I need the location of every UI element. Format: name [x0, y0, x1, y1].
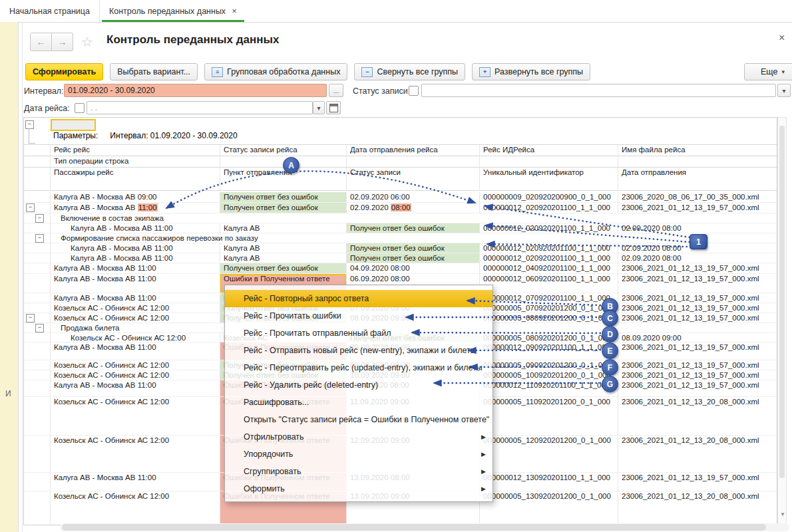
column-header[interactable]: Дата отправления рейса	[347, 145, 480, 156]
table-cell[interactable]: 02.09.2020 08:00	[347, 203, 480, 213]
table-cell[interactable]: Калуга АВ - Москва АВ 09:00	[51, 192, 220, 203]
collapsed-sections-panel[interactable]: И	[0, 22, 19, 532]
context-menu-item[interactable]: Рейс - Удалить рейс (deleted-entry)	[225, 376, 493, 394]
context-menu-item[interactable]: Рейс - Повторный запрос ответа	[225, 290, 493, 307]
table-cell[interactable]: 000000005_080920201200_0_1_000	[480, 313, 618, 323]
table-cell[interactable]: 000000012_130920201100_1_1_000	[480, 473, 618, 491]
expand-all-groups-button[interactable]: + Развернуть все группы	[472, 63, 590, 80]
table-cell[interactable]: Калуга АВ - Москва АВ 11:00	[51, 473, 220, 491]
context-menu-item[interactable]: Расшифровать...	[225, 394, 493, 411]
flight-date-calendar-button[interactable]	[326, 101, 341, 114]
table-cell[interactable]: 000000005_100920201200_0_1_000	[480, 370, 618, 380]
interval-input[interactable]: 01.09.2020 - 30.09.2020	[64, 84, 327, 97]
table-cell[interactable]: Козельск АС - Обнинск АС 12:00	[51, 436, 220, 473]
column-header[interactable]: Дата отправления	[618, 168, 777, 190]
column-header[interactable]	[480, 156, 618, 167]
table-cell[interactable]: 000000005_110920201200_0_1_000	[480, 397, 618, 436]
row-expander[interactable]: −	[35, 234, 44, 243]
table-cell[interactable]: 000000005_130920201200_0_1_000	[480, 491, 618, 525]
table-cell[interactable]: Калуга АВ - Москва АВ 11:00	[51, 342, 220, 360]
table-cell[interactable]: Козельск АС - Обнинск АС 12:00	[51, 360, 220, 370]
flight-date-checkbox[interactable]	[75, 103, 85, 113]
context-menu-item[interactable]: Открыть "Статус записи рейса = Ошибки в …	[225, 411, 493, 428]
column-header[interactable]: Имя файла рейса	[618, 145, 777, 156]
context-menu-item[interactable]: Рейс - Прочитать ошибки	[225, 307, 493, 325]
tab-data-control[interactable]: Контроль переданных данных ×	[99, 0, 246, 22]
column-header[interactable]: Статус записи	[347, 168, 480, 190]
table-cell[interactable]: 23006_2021_01_12_13_19_57_000.xml	[618, 274, 777, 293]
column-header[interactable]	[347, 156, 480, 167]
table-cell[interactable]: 23006_2021_01_12_13_19_57_000.xml	[618, 203, 777, 213]
favorite-star-icon[interactable]: ☆	[81, 34, 93, 50]
table-cell[interactable]: Получен ответ без ошибок	[220, 203, 347, 213]
form-close-icon[interactable]: ×	[779, 32, 785, 44]
table-row[interactable]: −Калуга АВ - Москва АВ 11:00Получен отве…	[24, 203, 777, 213]
collapse-all-groups-button[interactable]: − Свернуть все группы	[354, 63, 465, 80]
table-cell[interactable]: Калуга АВ	[220, 253, 347, 263]
table-cell[interactable]: 000000005_120920201200_0_1_000	[480, 436, 618, 473]
table-cell[interactable]: 02.09.2020 08:00	[618, 223, 777, 233]
table-cell[interactable]: Калуга АВ - Москва АВ 11:00	[51, 263, 220, 274]
table-cell[interactable]: 000000012_040920201100_1_1_000	[480, 263, 618, 274]
column-header[interactable]: Статус записи рейса	[220, 145, 347, 156]
table-cell[interactable]: Козельск АС - Обнинск АС 12:00	[51, 333, 220, 342]
table-cell[interactable]: Калуга АВ - Москва АВ 11:00	[51, 380, 220, 397]
table-cell[interactable]: 000000012_110920201100_1_1_000	[480, 380, 618, 397]
table-cell[interactable]: Калуга АВ - Москва АВ 11:00	[51, 243, 220, 253]
table-cell[interactable]: 000000012_070920201100_1_1_000	[480, 293, 618, 303]
table-cell[interactable]: 23006_2021_01_12_13_19_57_000.xml	[618, 313, 777, 323]
table-cell[interactable]: Калуга АВ	[220, 223, 347, 233]
table-cell[interactable]: 000000005_090920201200_0_1_000	[480, 360, 618, 370]
table-cell[interactable]: 000000012_090920201100_1_1_000	[480, 342, 618, 360]
horizontal-scrollbar[interactable]	[60, 523, 789, 531]
tab-home[interactable]: Начальная страница	[0, 0, 99, 22]
table-cell[interactable]: 23006_2020_08_06_17_00_35_000.xml	[618, 192, 777, 203]
vertical-scrollbar-thumb[interactable]	[779, 126, 785, 478]
table-cell[interactable]: 23006_2021_01_12_13_19_57_000.xml	[618, 342, 777, 360]
table-cell[interactable]: Козельск АС - Обнинск АС 12:00	[51, 397, 220, 436]
table-cell[interactable]: Калуга АВ - Москва АВ 11:00	[51, 274, 220, 293]
context-menu-item[interactable]: Отфильтровать▶	[225, 428, 493, 446]
record-status-input[interactable]	[421, 84, 776, 97]
table-cell[interactable]: 000000012_060920201100_1_1_000	[480, 274, 618, 293]
group-processing-button[interactable]: ≡ Групповая обработка данных	[204, 63, 347, 80]
column-header[interactable]: Уникальный идентификатор	[480, 168, 618, 190]
table-cell[interactable]: Козельск АС - Обнинск АС 12:00	[51, 303, 220, 313]
table-cell[interactable]: Калуга АВ - Москва АВ 11:00	[51, 203, 220, 213]
generate-button[interactable]: Сформировать	[25, 63, 103, 80]
table-row[interactable]: Калуга АВ - Москва АВ 11:00Калуга АВПолу…	[24, 223, 777, 233]
selected-header-cell[interactable]	[51, 119, 96, 131]
horizontal-scrollbar-thumb[interactable]	[62, 524, 766, 531]
context-menu-item[interactable]: Сгруппировать▶	[225, 463, 493, 480]
column-header[interactable]: Тип операции строка	[51, 156, 220, 167]
table-cell[interactable]: Получен ответ без ошибок	[220, 192, 347, 203]
more-button[interactable]: Еще▾	[744, 63, 792, 80]
table-cell[interactable]: Получен ответ без ошибок	[347, 243, 480, 253]
flight-date-dropdown-button[interactable]: ▾	[313, 101, 325, 114]
table-cell[interactable]: Козельск АС - Обнинск АС 12:00	[51, 370, 220, 380]
record-status-checkbox[interactable]	[409, 86, 419, 96]
table-cell[interactable]: Калуга АВ - Москва АВ 11:00	[51, 293, 220, 303]
table-cell[interactable]: 23006_2021_01_12_13_19_57_000.xml	[618, 380, 777, 397]
table-cell[interactable]: 000000012_020920201100_1_1_000	[480, 243, 618, 253]
record-status-dropdown-button[interactable]: ▾	[777, 84, 791, 97]
context-menu-item[interactable]: Упорядочить▶	[225, 446, 493, 463]
column-header[interactable]: Пункт отправления	[220, 168, 347, 190]
table-cell[interactable]: 02.09.2020 06:00	[347, 192, 480, 203]
table-cell[interactable]: 23006_2021_01_12_13_20_08_000.xml	[618, 491, 777, 525]
table-cell[interactable]: 23006_2021_01_12_13_19_57_000.xml	[618, 293, 777, 303]
table-cell[interactable]: 23006_2021_01_12_13_19_57_000.xml	[618, 263, 777, 274]
table-cell[interactable]: Калуга АВ	[220, 243, 347, 253]
table-cell[interactable]: Получен ответ без ошибок	[220, 263, 347, 274]
table-cell[interactable]: 23006_2021_01_12_13_19_57_000.xml	[618, 303, 777, 313]
flight-date-input[interactable]: . .	[87, 101, 313, 114]
table-cell[interactable]: 000000012_020920201100_1_1_000	[480, 223, 618, 233]
column-header[interactable]: Пассажиры рейс	[51, 168, 220, 190]
context-menu-item[interactable]: Рейс - Переотправить рейс (updated-entry…	[225, 359, 493, 376]
table-cell[interactable]: 23006_2021_01_12_13_19_57_000.xml	[618, 473, 777, 491]
table-cell[interactable]: 23006_2021_01_12_13_20_08_000.xml	[618, 436, 777, 473]
context-menu-item[interactable]: Рейс - Прочитать отправленный файл	[225, 325, 493, 342]
table-row[interactable]: Калуга АВ - Москва АВ 11:00Калуга АВПолу…	[24, 253, 777, 263]
table-cell[interactable]: 000000012_020920201100_1_1_000	[480, 253, 618, 263]
table-cell[interactable]: 000000005_080920201200_0_1_000	[480, 333, 618, 342]
